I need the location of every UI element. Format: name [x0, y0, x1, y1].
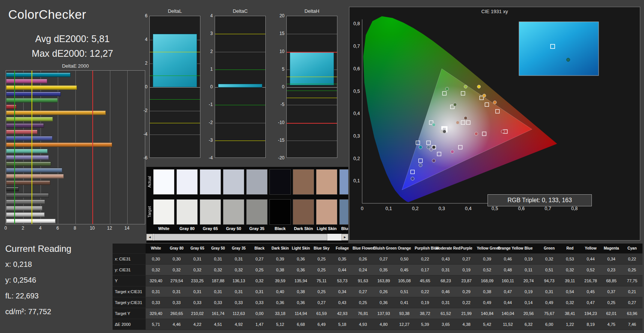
swatch-target[interactable] — [339, 199, 348, 225]
swatch-actual[interactable] — [339, 169, 348, 195]
table-cell: 45,65 — [415, 275, 435, 286]
scroll-track[interactable] — [153, 234, 342, 241]
table-cell: 75,11 — [311, 275, 332, 286]
table-cell: 4,38 — [456, 319, 477, 330]
table-cell: 0,31 — [187, 286, 208, 297]
swatch-target[interactable] — [223, 199, 244, 225]
table-cell: 0,41 — [394, 297, 415, 308]
table-cell: 3,65 — [435, 319, 456, 330]
table-cell: 0,31 — [249, 286, 270, 297]
swatch-actual[interactable] — [176, 169, 198, 195]
table-cell: 0,49 — [477, 297, 498, 308]
deltae-bar — [6, 193, 49, 198]
column-header: Blue Flower — [353, 244, 373, 253]
swatch-actual[interactable] — [153, 169, 175, 195]
grid-line — [150, 87, 200, 88]
row-label: ΔE 2000 — [113, 319, 146, 330]
table-cell: 163,89 — [373, 275, 394, 286]
cie-x-tick-label: 0,3 — [438, 206, 445, 211]
swatch-actual[interactable] — [223, 169, 244, 195]
axis-tick-label: -1 — [201, 102, 213, 107]
table-cell: 76,81 — [353, 308, 373, 319]
table-cell: 4,92 — [229, 319, 249, 330]
swatch-actual[interactable] — [269, 169, 291, 195]
axis-tick-label: 20 — [273, 13, 284, 18]
table-cell: 0,32 — [187, 264, 208, 275]
cie-x-tick-label: 0,4 — [465, 206, 471, 211]
table-cell: 0,21 — [622, 286, 642, 297]
column-header: Cyan — [622, 244, 642, 253]
page-title: ColorChecker — [8, 8, 86, 22]
column-header: Gray 65 — [187, 244, 208, 253]
table-cell: 216,78 — [580, 275, 601, 286]
scroll-thumb[interactable] — [154, 234, 327, 241]
axis-tick-label: 4 — [136, 37, 147, 42]
swatch-scrollbar[interactable]: ◄ ► — [146, 234, 348, 241]
table-cell: 0,35 — [332, 253, 352, 264]
table-cell: 135,94 — [290, 275, 311, 286]
ref-line — [215, 70, 265, 70]
table-cell: 0,50 — [394, 253, 415, 264]
swatch-target[interactable] — [200, 199, 221, 225]
swatch-label: Dark Skin — [292, 226, 315, 231]
swatch-actual[interactable] — [246, 169, 268, 195]
axis-tick-label: 10 — [89, 226, 96, 231]
swatch-target[interactable] — [246, 199, 268, 225]
swatch-actual[interactable] — [316, 169, 337, 195]
table-cell: 0,36 — [290, 297, 311, 308]
ref-line — [150, 76, 200, 76]
axis-tick-label: -15 — [273, 138, 284, 143]
table-cell: 0,32 — [560, 264, 580, 275]
summary-stats: Avg dE2000: 5,81 Max dE2000: 12,27 — [3, 32, 142, 61]
cie-measured-marker — [464, 117, 467, 120]
grid-line — [215, 52, 265, 52]
swatch-target[interactable] — [153, 199, 175, 225]
ref-line — [287, 123, 337, 124]
swatch-target[interactable] — [269, 199, 291, 225]
table-cell: 77,75 — [622, 275, 642, 286]
grid-line — [127, 71, 128, 224]
swatch-target[interactable] — [316, 199, 337, 225]
scroll-left-button[interactable]: ◄ — [146, 234, 153, 241]
column-header: Purplish Blue — [415, 244, 435, 253]
table-cell: 0,43 — [435, 253, 456, 264]
cie-measured-marker — [432, 123, 435, 127]
swatch-target[interactable] — [293, 199, 314, 225]
swatch-label: Gray 80 — [175, 226, 199, 231]
table-cell: 0,36 — [373, 297, 394, 308]
table-cell: 279,54 — [166, 275, 187, 286]
swatch-actual[interactable] — [293, 169, 314, 195]
column-header: Orange — [394, 244, 415, 253]
swatch-actual[interactable] — [200, 169, 221, 195]
table-header-row: WhiteGray 80Gray 65Gray 50Gray 35BlackDa… — [113, 244, 642, 253]
current-reading-title: Current Reading — [5, 244, 111, 254]
ref-line — [150, 99, 200, 100]
current-reading-values: x: 0,218y: 0,2546fL: 22,693cd/m²: 77,752 — [5, 260, 111, 316]
grid-line — [150, 111, 200, 111]
table-cell: 0,27 — [311, 297, 332, 308]
swatch-target[interactable] — [176, 199, 198, 225]
cie-measured-marker — [443, 130, 446, 133]
table-cell: 4,80 — [373, 319, 394, 330]
table-cell: 0,33 — [249, 297, 270, 308]
table-cell: 161,74 — [208, 308, 228, 319]
swatch-grid: WhiteGray 80Gray 65Gray 50Gray 35BlackDa… — [146, 167, 348, 243]
cie-measured-marker — [483, 94, 486, 97]
table-cell: 0,32 — [146, 264, 166, 275]
cie-measured-marker — [493, 101, 497, 104]
table-cell: 0,36 — [290, 264, 311, 275]
table-cell: 53,73 — [332, 275, 352, 286]
delta-range-box — [218, 84, 262, 88]
deltae-chart-title: DeltaE 2000 — [6, 63, 145, 69]
table-cell: 0,45 — [580, 286, 601, 297]
deltae-bar — [6, 110, 106, 115]
ref-line — [215, 34, 265, 34]
axis-tick-label: -2 — [136, 108, 147, 113]
table-cell: 0,33 — [208, 297, 228, 308]
row-label: Y — [113, 275, 146, 286]
scroll-right-button[interactable]: ► — [342, 234, 348, 241]
table-cell: 5,42 — [477, 319, 498, 330]
deltae-bar — [6, 149, 48, 153]
table-cell: 0,34 — [332, 286, 352, 297]
column-header: Gray 35 — [229, 244, 249, 253]
